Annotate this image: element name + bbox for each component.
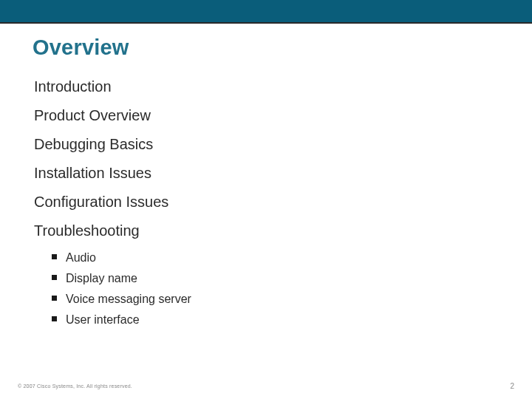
copyright-text: © 2007 Cisco Systems, Inc. All rights re… [18, 383, 132, 389]
agenda-item: Configuration Issues [34, 193, 499, 211]
sub-list: Audio Display name Voice messaging serve… [52, 250, 499, 327]
square-bullet-icon [52, 316, 57, 321]
sub-item: User interface [52, 313, 499, 327]
sub-item-label: Voice messaging server [66, 292, 191, 307]
agenda-item: Installation Issues [34, 164, 499, 183]
square-bullet-icon [52, 254, 57, 259]
agenda-item: Product Overview [34, 106, 499, 125]
agenda-item: Introduction [34, 78, 499, 96]
sub-item: Display name [52, 271, 499, 286]
square-bullet-icon [52, 275, 57, 280]
sub-item: Voice messaging server [52, 292, 499, 307]
square-bullet-icon [52, 296, 57, 301]
sub-item-label: Audio [66, 250, 96, 265]
page-number: 2 [510, 382, 514, 390]
slide-title: Overview [33, 35, 499, 60]
sub-item: Audio [52, 250, 499, 265]
sub-item-label: Display name [66, 271, 137, 286]
sub-item-label: User interface [66, 313, 140, 327]
agenda-item: Troubleshooting [34, 222, 499, 240]
slide-content: Overview Introduction Product Overview D… [33, 35, 499, 333]
agenda-item: Debugging Basics [34, 135, 499, 154]
agenda-list: Introduction Product Overview Debugging … [34, 78, 499, 327]
header-bar [0, 0, 532, 24]
footer: © 2007 Cisco Systems, Inc. All rights re… [18, 382, 514, 390]
